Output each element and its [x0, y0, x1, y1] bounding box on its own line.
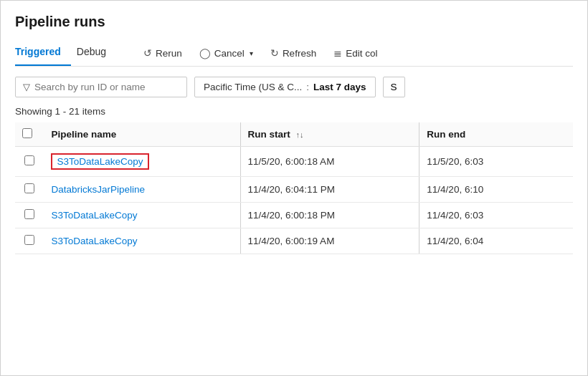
run-end-cell: 11/4/20, 6:03 — [419, 203, 573, 228]
filter-icon: ▽ — [23, 82, 30, 92]
table-body: S3ToDataLakeCopy11/5/20, 6:00:18 AM11/5/… — [15, 147, 573, 254]
pipeline-name-link[interactable]: S3ToDataLakeCopy — [51, 153, 148, 170]
pipeline-name-cell: DatabricksJarPipeline — [44, 177, 240, 203]
edit-columns-button[interactable]: ≣ Edit col — [326, 43, 384, 63]
run-start-cell: 11/4/20, 6:00:18 PM — [240, 203, 419, 228]
run-start-cell: 11/4/20, 6:04:11 PM — [240, 177, 419, 203]
filter-separator: : — [306, 82, 309, 92]
search-input[interactable] — [34, 82, 179, 92]
run-end-cell: 11/4/20, 6:04 — [419, 228, 573, 254]
pipeline-name-cell: S3ToDataLakeCopy — [44, 147, 240, 177]
refresh-button[interactable]: ↻ Refresh — [263, 43, 323, 63]
time-range-label: Last 7 days — [313, 82, 366, 92]
header-pipeline-name: Pipeline name — [44, 122, 240, 147]
row-checkbox-cell — [15, 177, 44, 203]
run-end-cell: 11/4/20, 6:10 — [419, 177, 573, 203]
tab-debug[interactable]: Debug — [77, 40, 116, 66]
pipeline-name-link[interactable]: S3ToDataLakeCopy — [51, 236, 137, 246]
tab-triggered[interactable]: Triggered — [15, 40, 71, 66]
run-end-cell: 11/5/20, 6:03 — [419, 147, 573, 177]
header-checkbox-cell — [15, 122, 44, 147]
toolbar: ↺ Rerun ◯ Cancel ↻ Refresh ≣ Edit col — [136, 43, 573, 63]
row-checkbox-cell — [15, 228, 44, 254]
pipeline-name-cell: S3ToDataLakeCopy — [44, 203, 240, 228]
row-checkbox[interactable] — [24, 155, 34, 165]
header-run-end: Run end — [419, 122, 573, 147]
sort-icon: ↑↓ — [296, 130, 304, 139]
status-filter[interactable]: S — [383, 77, 405, 97]
pipeline-name-link[interactable]: S3ToDataLakeCopy — [51, 210, 137, 221]
select-all-checkbox[interactable] — [22, 128, 32, 138]
filters-row: ▽ Pacific Time (US & C... : Last 7 days … — [15, 77, 573, 97]
edit-columns-icon: ≣ — [333, 47, 342, 59]
table-row: S3ToDataLakeCopy11/4/20, 6:00:18 PM11/4/… — [15, 203, 573, 228]
row-checkbox-cell — [15, 203, 44, 228]
pipeline-name-cell: S3ToDataLakeCopy — [44, 228, 240, 254]
showing-items-text: Showing 1 - 21 items — [15, 106, 573, 117]
tabs-toolbar-row: Triggered Debug ↺ Rerun ◯ Cancel ↻ Refre… — [15, 40, 573, 67]
row-checkbox[interactable] — [24, 235, 34, 245]
rerun-button[interactable]: ↺ Rerun — [136, 43, 189, 63]
header-run-start[interactable]: Run start ↑↓ — [240, 122, 419, 147]
status-filter-icon: S — [391, 82, 397, 92]
table-row: S3ToDataLakeCopy11/4/20, 6:00:19 AM11/4/… — [15, 228, 573, 254]
table-header-row: Pipeline name Run start ↑↓ Run end — [15, 122, 573, 147]
page-title: Pipeline runs — [15, 14, 573, 30]
run-start-cell: 11/5/20, 6:00:18 AM — [240, 147, 419, 177]
row-checkbox-cell — [15, 147, 44, 177]
table-row: S3ToDataLakeCopy11/5/20, 6:00:18 AM11/5/… — [15, 147, 573, 177]
table-row: DatabricksJarPipeline11/4/20, 6:04:11 PM… — [15, 177, 573, 203]
pipeline-runs-table: Pipeline name Run start ↑↓ Run end S3ToD… — [15, 122, 573, 254]
run-start-cell: 11/4/20, 6:00:19 AM — [240, 228, 419, 254]
search-box[interactable]: ▽ — [15, 77, 187, 97]
cancel-icon: ◯ — [199, 47, 211, 59]
timezone-label: Pacific Time (US & C... — [204, 82, 302, 92]
row-checkbox[interactable] — [24, 183, 34, 193]
time-filter[interactable]: Pacific Time (US & C... : Last 7 days — [194, 77, 376, 97]
pipeline-name-link[interactable]: DatabricksJarPipeline — [51, 184, 145, 195]
cancel-button[interactable]: ◯ Cancel — [192, 43, 260, 63]
row-checkbox[interactable] — [24, 209, 34, 219]
refresh-icon: ↻ — [270, 47, 279, 59]
rerun-icon: ↺ — [143, 47, 152, 59]
